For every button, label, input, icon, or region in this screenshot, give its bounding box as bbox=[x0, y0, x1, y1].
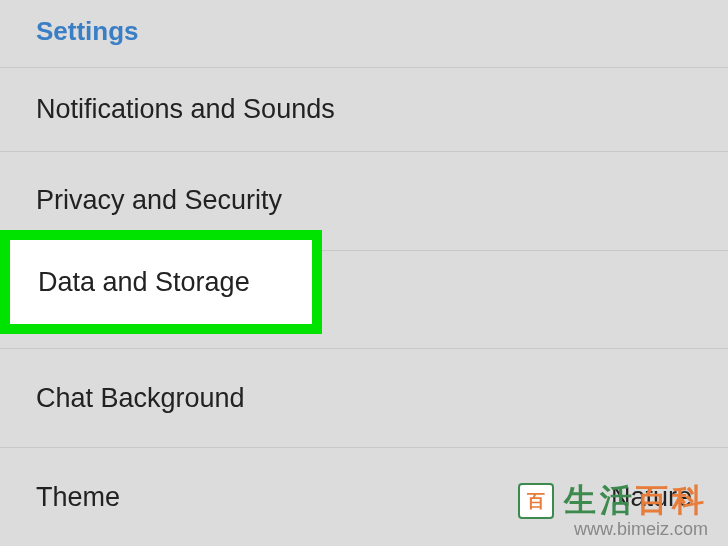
menu-item-notifications[interactable]: Notifications and Sounds bbox=[0, 67, 728, 151]
watermark: 百 生活 百科 www.bimeiz.com bbox=[518, 479, 708, 540]
menu-label-privacy: Privacy and Security bbox=[36, 185, 282, 216]
highlight-label: Data and Storage bbox=[38, 267, 250, 298]
highlight-box: Data and Storage bbox=[0, 230, 322, 334]
watermark-logo-icon: 百 bbox=[518, 483, 554, 519]
watermark-cn2: 百科 bbox=[636, 479, 708, 523]
watermark-text-cn: 生活 百科 bbox=[564, 479, 708, 523]
watermark-url: www.bimeiz.com bbox=[574, 519, 708, 540]
menu-item-background[interactable]: Chat Background bbox=[0, 348, 728, 447]
menu-label-theme: Theme bbox=[36, 482, 120, 513]
watermark-cn1: 生活 bbox=[564, 479, 636, 523]
menu-label-notifications: Notifications and Sounds bbox=[36, 94, 335, 125]
watermark-top: 百 生活 百科 bbox=[518, 479, 708, 523]
menu-label-background: Chat Background bbox=[36, 383, 245, 414]
section-title: Settings bbox=[36, 16, 692, 47]
section-header: Settings bbox=[0, 0, 728, 67]
